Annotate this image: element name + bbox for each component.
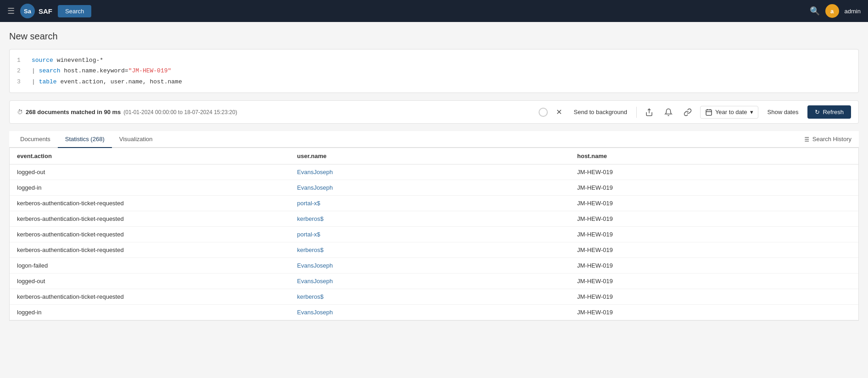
- top-navigation: ☰ Sa SAF Search 🔍 a admin: [0, 0, 868, 22]
- cell-event-action: kerberos-authentication-ticket-requested: [10, 227, 290, 242]
- table-header-row: event.action user.name host.name: [10, 148, 858, 164]
- query-line-1: 1 source wineventlog-*: [17, 55, 851, 66]
- tab-documents[interactable]: Documents: [13, 131, 58, 148]
- query-line-2: 2 | search host.name.keyword="JM-HEW-019…: [17, 66, 851, 76]
- cell-user-name: EvansJoseph: [290, 274, 570, 289]
- cell-user-name: portal-x$: [290, 196, 570, 211]
- cell-user-name: portal-x$: [290, 227, 570, 242]
- cell-user-name: EvansJoseph: [290, 258, 570, 274]
- cell-host-name: JM-HEW-019: [570, 289, 858, 305]
- progress-circle: [539, 108, 548, 117]
- table-row: logged-outEvansJosephJM-HEW-019: [10, 164, 858, 180]
- nav-search-button[interactable]: Search: [58, 5, 91, 17]
- query-editor[interactable]: 1 source wineventlog-* 2 | search host.n…: [9, 49, 859, 93]
- table-row: kerberos-authentication-ticket-requested…: [10, 196, 858, 211]
- tabs-row: Documents Statistics (268) Visualization…: [9, 131, 859, 148]
- table-row: logged-inEvansJosephJM-HEW-019: [10, 180, 858, 196]
- cell-host-name: JM-HEW-019: [570, 164, 858, 180]
- col-header-event-action: event.action: [10, 148, 290, 164]
- refresh-label: Refresh: [823, 109, 844, 115]
- hamburger-icon[interactable]: ☰: [7, 6, 15, 16]
- cell-event-action: kerberos-authentication-ticket-requested: [10, 289, 290, 305]
- table-row: logged-inEvansJosephJM-HEW-019: [10, 305, 858, 320]
- query-line-3-content: | table event.action, user.name, host.na…: [32, 77, 182, 87]
- page-title: New search: [9, 31, 859, 42]
- calendar-icon: [705, 109, 712, 116]
- year-to-date-label: Year to date: [715, 109, 747, 115]
- tab-visualization[interactable]: Visualization: [112, 131, 160, 148]
- table-row: kerberos-authentication-ticket-requested…: [10, 211, 858, 227]
- app-name: SAF: [39, 7, 52, 15]
- results-table: event.action user.name host.name logged-…: [10, 148, 858, 320]
- nav-search-icon[interactable]: 🔍: [810, 6, 820, 16]
- line-number-1: 1: [17, 55, 24, 66]
- cell-user-name: kerberos$: [290, 289, 570, 305]
- cell-event-action: logon-failed: [10, 258, 290, 274]
- search-history-button[interactable]: Search History: [799, 132, 855, 147]
- logo-icon: Sa: [20, 4, 35, 18]
- matched-count: 268 documents matched in 90 ms: [26, 109, 121, 115]
- cell-user-name: kerberos$: [290, 211, 570, 227]
- send-to-background-label: Send to background: [574, 109, 627, 115]
- link-button[interactable]: [681, 106, 695, 118]
- query-line-3: 3 | table event.action, user.name, host.…: [17, 77, 851, 87]
- cell-event-action: logged-in: [10, 180, 290, 196]
- cell-host-name: JM-HEW-019: [570, 196, 858, 211]
- cell-host-name: JM-HEW-019: [570, 274, 858, 289]
- table-row: logon-failedEvansJosephJM-HEW-019: [10, 258, 858, 274]
- cell-event-action: logged-out: [10, 164, 290, 180]
- chevron-down-icon: ▾: [750, 109, 753, 115]
- send-to-background-button[interactable]: Send to background: [570, 107, 631, 117]
- cell-event-action: kerberos-authentication-ticket-requested: [10, 211, 290, 227]
- cell-user-name: EvansJoseph: [290, 180, 570, 196]
- table-row: kerberos-authentication-ticket-requested…: [10, 242, 858, 258]
- table-row: logged-outEvansJosephJM-HEW-019: [10, 274, 858, 289]
- cancel-button[interactable]: ✕: [553, 106, 565, 118]
- search-history-label: Search History: [812, 136, 851, 142]
- refresh-icon: ↻: [815, 109, 820, 115]
- cell-host-name: JM-HEW-019: [570, 305, 858, 320]
- show-dates-button[interactable]: Show dates: [764, 106, 802, 118]
- separator-1: [636, 107, 637, 118]
- refresh-button[interactable]: ↻ Refresh: [807, 105, 851, 119]
- cell-host-name: JM-HEW-019: [570, 258, 858, 274]
- toolbar-status: ⏱ 268 documents matched in 90 ms (01-01-…: [17, 109, 237, 115]
- table-row: kerberos-authentication-ticket-requested…: [10, 289, 858, 305]
- share-button[interactable]: [642, 106, 656, 118]
- query-line-1-content: source wineventlog-*: [32, 55, 103, 66]
- date-range: (01-01-2024 00:00:00 to 18-07-2024 15:23…: [123, 109, 237, 115]
- avatar: a: [825, 4, 839, 18]
- cell-event-action: kerberos-authentication-ticket-requested: [10, 196, 290, 211]
- svg-rect-1: [706, 110, 712, 115]
- col-header-host-name: host.name: [570, 148, 858, 164]
- line-number-2: 2: [17, 66, 24, 76]
- table-wrapper: event.action user.name host.name logged-…: [9, 148, 859, 321]
- toolbar: ⏱ 268 documents matched in 90 ms (01-01-…: [9, 100, 859, 124]
- clock-icon: ⏱: [17, 109, 23, 115]
- col-header-user-name: user.name: [290, 148, 570, 164]
- cell-user-name: EvansJoseph: [290, 305, 570, 320]
- bell-button[interactable]: [662, 106, 675, 118]
- cell-host-name: JM-HEW-019: [570, 227, 858, 242]
- query-line-2-content: | search host.name.keyword="JM-HEW-019": [32, 66, 171, 76]
- tab-statistics[interactable]: Statistics (268): [58, 131, 112, 148]
- line-number-3: 3: [17, 77, 24, 87]
- page-content: New search 1 source wineventlog-* 2 | se…: [0, 22, 868, 321]
- table-row: kerberos-authentication-ticket-requested…: [10, 227, 858, 242]
- cell-event-action: logged-in: [10, 305, 290, 320]
- logo-area: Sa SAF: [20, 4, 52, 18]
- list-icon: [802, 136, 810, 143]
- cell-host-name: JM-HEW-019: [570, 242, 858, 258]
- cell-event-action: logged-out: [10, 274, 290, 289]
- cell-user-name: EvansJoseph: [290, 164, 570, 180]
- date-selector[interactable]: Year to date ▾: [700, 106, 758, 119]
- username-label: admin: [845, 8, 861, 15]
- cell-user-name: kerberos$: [290, 242, 570, 258]
- cell-host-name: JM-HEW-019: [570, 211, 858, 227]
- cell-host-name: JM-HEW-019: [570, 180, 858, 196]
- cell-event-action: kerberos-authentication-ticket-requested: [10, 242, 290, 258]
